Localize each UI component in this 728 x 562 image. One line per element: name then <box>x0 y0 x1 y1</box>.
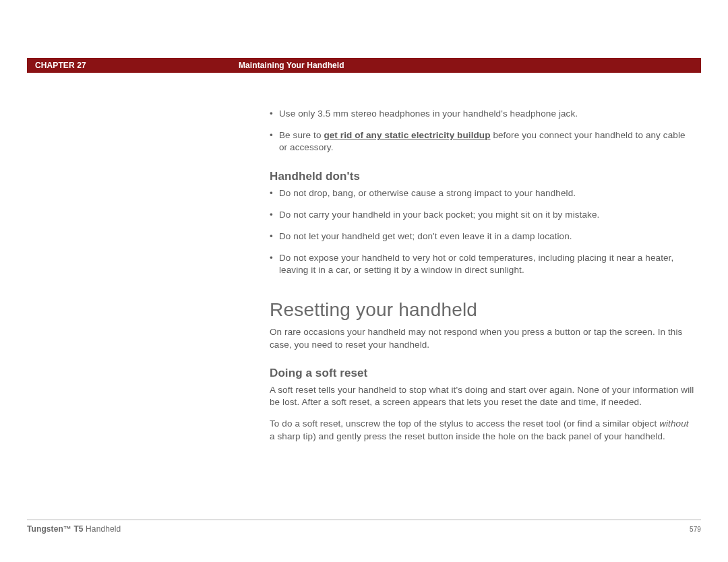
product-name: Tungsten™ T5 Handheld <box>27 524 121 534</box>
static-electricity-link[interactable]: get rid of any static electricity buildu… <box>324 130 490 140</box>
chapter-label: CHAPTER 27 <box>27 61 229 70</box>
list-item: Do not carry your handheld in your back … <box>270 209 694 221</box>
resetting-intro: On rare occasions your handheld may not … <box>270 326 694 350</box>
product-rest: Handheld <box>84 524 121 534</box>
bullet-text: Do not expose your handheld to very hot … <box>279 253 673 275</box>
list-item: Do not drop, bang, or otherwise cause a … <box>270 187 694 199</box>
list-item: Use only 3.5 mm stereo headphones in you… <box>270 108 694 120</box>
page-number: 579 <box>690 526 701 533</box>
donts-list: Do not drop, bang, or otherwise cause a … <box>270 187 694 277</box>
soft-reset-p2: To do a soft reset, unscrew the top of t… <box>270 418 694 442</box>
bullet-text: Do not drop, bang, or otherwise cause a … <box>279 188 576 198</box>
soft-reset-p1: A soft reset tells your handheld to stop… <box>270 384 694 408</box>
resetting-heading: Resetting your handheld <box>270 297 694 323</box>
list-item: Do not expose your handheld to very hot … <box>270 252 694 276</box>
text: To do a soft reset, unscrew the top of t… <box>270 418 659 429</box>
list-item: Do not let your handheld get wet; don't … <box>270 230 694 243</box>
chapter-title: Maintaining Your Handheld <box>229 61 344 70</box>
page-footer: Tungsten™ T5 Handheld 579 <box>27 520 701 534</box>
text: a sharp tip) and gently press the reset … <box>270 431 665 441</box>
intro-bullet-list: Use only 3.5 mm stereo headphones in you… <box>270 108 694 154</box>
chapter-header: CHAPTER 27 Maintaining Your Handheld <box>27 58 701 73</box>
page-body: Use only 3.5 mm stereo headphones in you… <box>270 108 694 452</box>
bullet-text: Use only 3.5 mm stereo headphones in you… <box>279 108 578 119</box>
bullet-text-pre: Be sure to <box>279 130 324 140</box>
bullet-text: Do not carry your handheld in your back … <box>279 210 599 220</box>
handheld-donts-heading: Handheld don'ts <box>270 169 694 185</box>
list-item: Be sure to get rid of any static electri… <box>270 129 694 154</box>
emphasis-without: without <box>659 418 688 429</box>
soft-reset-heading: Doing a soft reset <box>270 366 694 381</box>
product-bold: Tungsten™ T5 <box>27 524 84 534</box>
bullet-text: Do not let your handheld get wet; don't … <box>279 231 572 241</box>
